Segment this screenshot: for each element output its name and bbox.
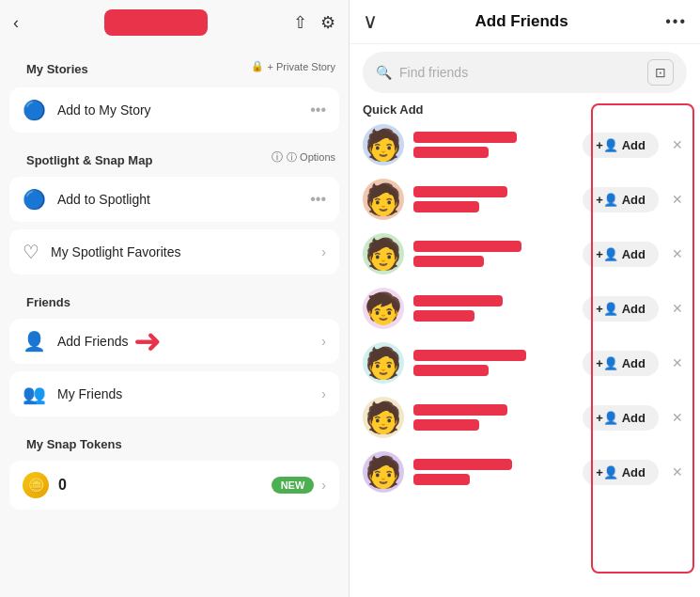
spotlight-icon: 🔵: [23, 188, 46, 211]
friend-row: 🧒 +👤 Add ✕: [350, 281, 700, 336]
add-to-spotlight-label: Add to Spotlight: [57, 192, 150, 207]
left-header: ‹ ⇧ ⚙: [0, 0, 349, 45]
bitmoji-icon: 🧑: [365, 402, 402, 432]
username-bar: [104, 9, 208, 36]
redacted-name: [413, 186, 507, 197]
add-person-icon: +👤: [596, 193, 618, 207]
header-icons: ⇧ ⚙: [293, 12, 335, 33]
avatar: 🧑: [363, 397, 404, 438]
redacted-sub: [413, 419, 479, 431]
dismiss-button[interactable]: ✕: [668, 188, 687, 211]
info-icon: ⓘ: [272, 149, 283, 165]
friend-row: 🧑 +👤 Add ✕: [350, 445, 700, 499]
add-button[interactable]: +👤 Add: [583, 242, 659, 267]
dismiss-button[interactable]: ✕: [668, 406, 687, 429]
add-friends-title: Add Friends: [475, 12, 568, 31]
chevron-right-icon: ›: [321, 334, 326, 349]
redacted-name: [413, 132, 517, 143]
my-spotlight-favorites-item[interactable]: ♡ My Spotlight Favorites ›: [9, 229, 339, 275]
dismiss-button[interactable]: ✕: [668, 352, 687, 374]
dismiss-button[interactable]: ✕: [668, 461, 687, 483]
avatar: 🧑: [363, 451, 404, 493]
redacted-sub: [413, 147, 489, 158]
redacted-sub: [413, 310, 474, 322]
add-person-icon: +👤: [596, 302, 618, 316]
redacted-name: [413, 404, 507, 416]
chevron-right-friends: ›: [321, 386, 326, 401]
search-placeholder: Find friends: [399, 65, 640, 80]
close-button[interactable]: ∨: [363, 9, 378, 34]
add-to-story-label: Add to My Story: [57, 102, 151, 118]
back-button[interactable]: ‹: [13, 13, 19, 33]
bitmoji-icon: 🧑: [365, 239, 402, 269]
my-friends-item[interactable]: 👥 My Friends ›: [9, 371, 339, 416]
friend-row: 🧑 +👤 Add ✕: [350, 390, 700, 445]
bitmoji-icon: 🧑: [365, 184, 402, 214]
friends-list-icon: 👥: [23, 383, 46, 405]
my-spotlight-favorites-label: My Spotlight Favorites: [51, 244, 181, 259]
dismiss-button[interactable]: ✕: [668, 297, 687, 320]
snap-tokens-header: My Snap Tokens: [0, 420, 349, 457]
redacted-sub: [413, 201, 479, 212]
friends-section-header: Friends: [0, 278, 349, 315]
search-icon: 🔍: [376, 65, 392, 80]
friend-row: 🧑 +👤 Add ✕: [350, 172, 700, 227]
spotlight-label: Spotlight & Snap Map: [13, 144, 165, 171]
friends-label: Friends: [13, 286, 84, 313]
add-person-icon: +👤: [596, 356, 618, 370]
avatar: 🧑: [363, 124, 404, 165]
add-button[interactable]: +👤 Add: [583, 405, 659, 431]
friend-row: 🧑 +👤 Add ✕: [350, 336, 700, 390]
dismiss-button[interactable]: ✕: [668, 243, 687, 265]
bitmoji-icon: 🧑: [365, 348, 402, 378]
arrow-container: ➜ ›: [321, 334, 326, 349]
new-badge: NEW: [272, 477, 315, 494]
right-panel: Techniquehow.com ∨ Add Friends ••• 🔍 Fin…: [350, 0, 700, 597]
redacted-name: [413, 459, 512, 470]
redacted-sub: [413, 365, 489, 376]
add-button[interactable]: +👤 Add: [583, 351, 659, 376]
red-arrow: ➜: [133, 322, 162, 361]
more-options-button[interactable]: •••: [665, 13, 687, 30]
my-stories-label: My Stories: [13, 53, 101, 80]
redacted-sub: [413, 474, 470, 485]
add-button[interactable]: +👤 Add: [583, 296, 659, 322]
bitmoji-icon: 🧑: [365, 457, 402, 487]
chevron-right-icon: ›: [321, 244, 326, 259]
redacted-sub: [413, 256, 484, 267]
add-to-spotlight-item[interactable]: 🔵 Add to Spotlight •••: [9, 177, 339, 222]
add-button[interactable]: +👤 Add: [583, 460, 659, 485]
add-person-icon: +👤: [596, 247, 618, 261]
friend-row: 🧑 +👤 Add ✕: [350, 118, 700, 172]
add-button[interactable]: +👤 Add: [583, 187, 659, 212]
dismiss-button[interactable]: ✕: [668, 134, 687, 156]
add-to-story-item[interactable]: 🔵 Add to My Story •••: [9, 87, 339, 133]
add-friends-label: Add Friends: [57, 334, 128, 349]
qr-code-button[interactable]: ⊡: [647, 59, 674, 86]
left-panel: ‹ ⇧ ⚙ My Stories 🔒 + Private Story 🔵 Add…: [0, 0, 350, 597]
settings-button[interactable]: ⚙: [320, 12, 335, 33]
avatar: 🧑: [363, 179, 404, 220]
add-friends-item[interactable]: 👤 Add Friends ➜ ›: [9, 319, 339, 364]
search-bar: 🔍 Find friends ⊡: [363, 52, 687, 93]
tokens-row[interactable]: 🪙 0 NEW ›: [9, 461, 339, 510]
snap-tokens-label: My Snap Tokens: [13, 428, 135, 455]
redacted-name: [413, 241, 521, 252]
more-dots[interactable]: •••: [310, 102, 326, 118]
quick-add-section: Quick Add 🧑 +👤 Add ✕ 🧑 +👤 Add: [350, 101, 700, 499]
friend-row: 🧑 +👤 Add ✕: [350, 227, 700, 281]
lock-icon: 🔒: [251, 60, 264, 72]
avatar: 🧑: [363, 342, 404, 384]
add-button[interactable]: +👤 Add: [583, 133, 659, 158]
chevron-right-tokens: ›: [321, 478, 326, 493]
token-count: 0: [58, 477, 67, 494]
share-button[interactable]: ⇧: [293, 12, 307, 33]
spotlight-more-dots[interactable]: •••: [310, 191, 326, 208]
avatar: 🧒: [363, 288, 404, 329]
camera-icon: 🔵: [23, 99, 46, 121]
options-button[interactable]: ⓘ ⓘ Options: [272, 149, 335, 165]
spotlight-section-header: Spotlight & Snap Map ⓘ ⓘ Options: [0, 136, 349, 173]
heart-icon: ♡: [23, 241, 39, 263]
add-person-icon: +👤: [596, 138, 618, 152]
private-story-button[interactable]: 🔒 + Private Story: [251, 60, 335, 72]
